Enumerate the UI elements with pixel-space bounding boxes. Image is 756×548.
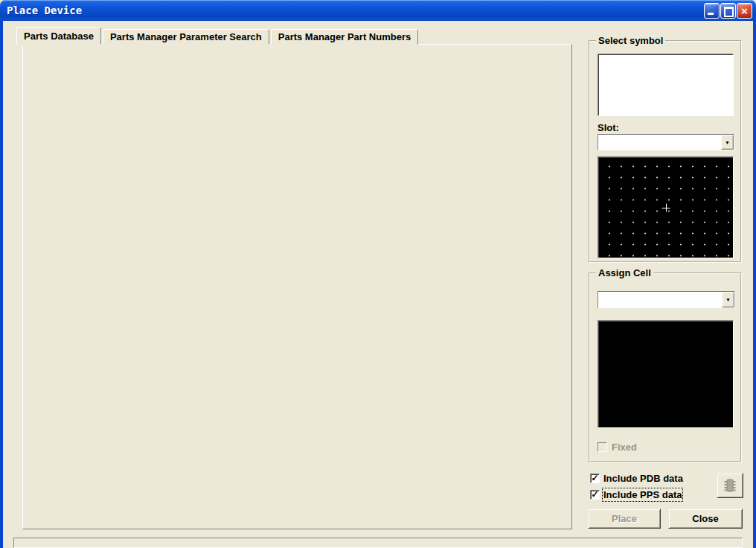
select-symbol-group-label: Select symbol xyxy=(596,35,665,46)
fixed-checkbox xyxy=(598,442,607,452)
include-pps-checkbox[interactable]: ✓ xyxy=(590,490,600,500)
tab-parts-database[interactable]: Parts Database xyxy=(16,27,101,45)
include-pps-label[interactable]: Include PPS data xyxy=(603,489,682,500)
maximize-icon xyxy=(724,7,734,17)
fixed-label: Fixed xyxy=(612,442,637,453)
minimize-button[interactable] xyxy=(704,3,720,19)
include-pdb-label[interactable]: Include PDB data xyxy=(603,473,683,484)
close-button[interactable]: Close xyxy=(668,509,743,529)
symbol-preview-canvas[interactable] xyxy=(598,156,734,258)
assign-cell-combobox[interactable]: ▼ xyxy=(598,291,735,308)
tab-page-panel xyxy=(22,44,572,529)
title-bar[interactable] xyxy=(0,0,756,21)
minimize-icon xyxy=(708,13,714,15)
cell-preview-canvas[interactable] xyxy=(598,320,734,428)
include-pdb-checkbox[interactable]: ✓ xyxy=(590,474,600,483)
check-icon: ✓ xyxy=(591,473,598,483)
tab-bar: Parts Database Parts Manager Parameter S… xyxy=(16,27,420,45)
window-border-left xyxy=(0,21,3,548)
assign-cell-group-label: Assign Cell xyxy=(596,267,653,278)
chevron-down-icon[interactable]: ▼ xyxy=(722,292,734,308)
symbol-listbox[interactable] xyxy=(598,54,734,116)
slot-value xyxy=(598,135,721,150)
window-border-right xyxy=(753,21,756,548)
window-title: Place Device xyxy=(7,4,82,16)
component-browser-button[interactable] xyxy=(717,473,743,498)
tab-parts-manager-parameter-search[interactable]: Parts Manager Parameter Search xyxy=(103,29,269,45)
slot-combobox[interactable]: ▼ xyxy=(598,134,734,150)
tab-parts-manager-part-numbers[interactable]: Parts Manager Part Numbers xyxy=(271,29,418,45)
close-window-button[interactable]: × xyxy=(737,3,752,19)
check-icon: ✓ xyxy=(591,489,598,500)
close-icon: × xyxy=(737,4,752,18)
assign-cell-value xyxy=(598,292,722,308)
chip-icon xyxy=(722,477,738,494)
status-panel xyxy=(13,538,743,548)
place-button: Place xyxy=(588,509,661,529)
maximize-button[interactable] xyxy=(720,3,736,19)
chevron-down-icon[interactable]: ▼ xyxy=(721,135,734,150)
slot-label: Slot: xyxy=(598,122,619,133)
